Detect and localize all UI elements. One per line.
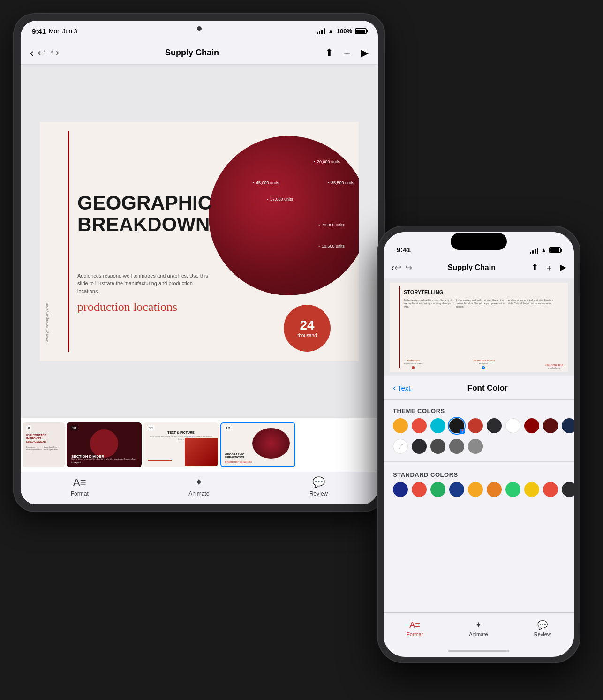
theme-colors-row1: 📍 xyxy=(384,418,574,439)
review-tab[interactable]: 💬 Review xyxy=(309,476,328,497)
animate-label: Animate xyxy=(188,490,209,497)
data-point-3: 45,000 units xyxy=(253,181,279,185)
share-icon[interactable]: ⬆ xyxy=(325,47,333,59)
thumb-12-number: 12 xyxy=(224,425,232,431)
phone-slide-bottom: Audiences respond well to stories Weave … xyxy=(404,359,563,369)
add-icon[interactable]: ＋ xyxy=(342,46,352,60)
phone-main-slide[interactable]: STORYTELLING Audiences respond well to s… xyxy=(390,283,568,372)
thumb-9-grid: Know your audience and their needs Keep … xyxy=(26,446,61,453)
data-point-6: 10,500 units xyxy=(318,244,345,248)
color-swatch-gray2[interactable] xyxy=(449,439,464,454)
review-icon: 💬 xyxy=(312,476,325,489)
animate-tab[interactable]: ✦ Animate xyxy=(188,476,209,497)
std-color-1[interactable] xyxy=(393,482,408,497)
accent-line xyxy=(68,131,69,352)
phone-col-3: Audiences respond well to stories. Use t… xyxy=(508,299,558,367)
color-swatch-gray1[interactable] xyxy=(430,439,445,454)
color-swatch-crimson[interactable] xyxy=(468,418,483,433)
tablet-camera xyxy=(197,26,202,31)
color-swatch-navy[interactable] xyxy=(562,418,574,433)
color-swatch-white[interactable] xyxy=(505,418,520,433)
color-swatch-darkred[interactable] xyxy=(524,418,539,433)
slide-title: GEOGRAPHIC BREAKDOWN xyxy=(77,192,212,235)
phone-share-icon[interactable]: ⬆ xyxy=(531,262,538,273)
slide-title-line2: BREAKDOWN xyxy=(77,214,212,235)
redo-button[interactable]: ↪ xyxy=(51,47,59,59)
std-color-2[interactable] xyxy=(412,482,427,497)
thumb-11-title: TEXT & PICTURE xyxy=(148,431,214,434)
color-swatch-black-selected[interactable]: 📍 xyxy=(449,418,464,433)
thumbnail-9[interactable]: 9 EYE CONTACT IMPROVES ENGAGEMENT Know y… xyxy=(23,422,65,467)
panel-back-button[interactable]: ‹ Text xyxy=(393,383,411,393)
main-slide[interactable]: 20,000 units 85,500 units 45,000 units 1… xyxy=(40,122,359,361)
phone-col-2: Audiences respond well to stories. Use a… xyxy=(456,299,506,367)
color-swatch-dark2[interactable] xyxy=(412,439,427,454)
thumbnail-12[interactable]: 12 GEOGRAPHICBREAKDOWN production locati… xyxy=(220,422,295,467)
phone-format-label: Format xyxy=(407,632,423,637)
phone-accent-line xyxy=(399,286,400,368)
thumbnail-11[interactable]: 11 TEXT & PICTURE Use some nice text on … xyxy=(143,422,219,467)
data-point-4: 17,000 units xyxy=(267,197,293,202)
back-button[interactable]: ‹ xyxy=(30,46,34,60)
phone-redo-button[interactable]: ↪ xyxy=(405,263,412,273)
phone-col-1: Audiences respond well to stories. Use a… xyxy=(404,299,454,367)
tablet-toolbar: A≡ Format ✦ Animate 💬 Review xyxy=(21,472,378,504)
phone-format-tab[interactable]: A≡ Format xyxy=(407,620,423,637)
color-swatch-dark[interactable] xyxy=(487,418,502,433)
tablet-nav-bar: ‹ ↩ ↪ Supply Chain ⬆ ＋ ▶ xyxy=(21,41,378,65)
color-swatch-gray3[interactable] xyxy=(468,439,483,454)
thumbnail-10[interactable]: 10 SECTION DIVIDER Use a bit of text on … xyxy=(67,422,142,467)
phone-format-icon: A≡ xyxy=(409,620,420,630)
phone-undo-button[interactable]: ↩ xyxy=(394,263,401,273)
phone-animate-icon: ✦ xyxy=(475,620,482,630)
phone-review-tab[interactable]: 💬 Review xyxy=(534,620,551,637)
std-color-10[interactable] xyxy=(562,482,574,497)
color-swatch-cyan[interactable] xyxy=(430,418,445,433)
phone-review-label: Review xyxy=(534,632,551,637)
phone-status-right: ▲ xyxy=(530,247,561,254)
signal-icon xyxy=(317,28,325,34)
color-swatch-maroon[interactable] xyxy=(543,418,558,433)
std-color-3[interactable] xyxy=(430,482,445,497)
phone-signal-icon xyxy=(530,247,538,254)
phone-back-button[interactable]: ‹ xyxy=(391,262,394,273)
tablet-date: Mon Jun 3 xyxy=(49,28,77,35)
stat-number: 24 xyxy=(300,318,314,333)
slide-vertical-text: www.yourcompany.com xyxy=(45,303,49,342)
std-color-5[interactable] xyxy=(468,482,483,497)
red-circle-stat: 24 thousand xyxy=(284,305,331,352)
phone-add-icon[interactable]: ＋ xyxy=(545,262,553,273)
format-label: Format xyxy=(71,490,89,497)
phone-animate-tab[interactable]: ✦ Animate xyxy=(469,620,488,637)
std-color-7[interactable] xyxy=(505,482,520,497)
undo-button[interactable]: ↩ xyxy=(38,47,46,59)
play-icon[interactable]: ▶ xyxy=(361,47,369,59)
std-color-6[interactable] xyxy=(487,482,502,497)
thumb-9-title: EYE CONTACT IMPROVES ENGAGEMENT xyxy=(26,434,61,444)
phone-play-icon[interactable]: ▶ xyxy=(560,262,566,273)
review-label: Review xyxy=(309,490,328,497)
format-icon: A≡ xyxy=(73,476,86,489)
format-tab[interactable]: A≡ Format xyxy=(71,476,89,497)
bottom-label-1: Audiences respond well to stories xyxy=(404,359,422,369)
theme-colors-row2: ✓ xyxy=(384,439,574,459)
thumb-10-number: 10 xyxy=(70,425,78,431)
data-point-1: 20,000 units xyxy=(314,159,340,164)
std-color-9[interactable] xyxy=(543,482,558,497)
thumb-9-number: 9 xyxy=(26,425,31,431)
theme-colors-label: THEME COLORS xyxy=(384,400,574,418)
phone-review-icon: 💬 xyxy=(537,620,548,630)
std-color-8[interactable] xyxy=(524,482,539,497)
home-indicator xyxy=(448,650,509,652)
color-swatch-red[interactable] xyxy=(412,418,427,433)
color-swatch-orange[interactable] xyxy=(393,418,408,433)
std-color-4[interactable] xyxy=(449,482,464,497)
phone-nav-bar: ‹ ↩ ↪ Supply Chain ⬆ ＋ ▶ xyxy=(384,257,574,278)
phone-device: 9:41 ▲ ‹ ↩ ↪ Supply Chain xyxy=(378,226,580,662)
thumb-11-line xyxy=(148,460,172,462)
phone-nav-actions: ⬆ ＋ ▶ xyxy=(531,262,566,273)
phone-document-title: Supply Chain xyxy=(412,263,531,272)
tablet-time: 9:41 xyxy=(32,27,46,35)
slide-cursive-text: production locations xyxy=(77,300,177,314)
color-swatch-white-check[interactable]: ✓ xyxy=(393,439,408,454)
